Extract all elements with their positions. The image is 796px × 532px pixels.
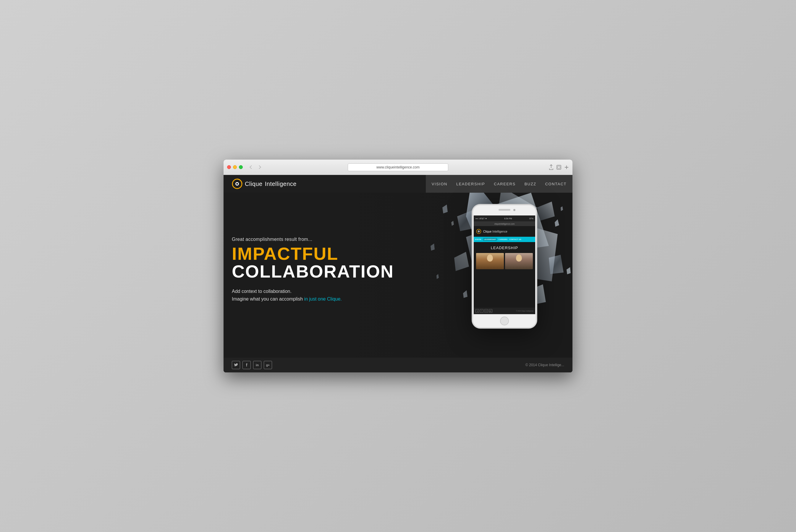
- hero-section: Clique Intelligence VISION LEADERSHIP CA…: [224, 175, 572, 358]
- logo-icon: [232, 178, 242, 189]
- logo-text-clique: Clique: [245, 180, 263, 187]
- phone-nav-bar: VISION LEADERSHIP CAREERS CONTACT US: [474, 237, 535, 242]
- phone-mockup: •••○ AT&T ▼ 6:54 PM 97% cliqueintelligen…: [472, 204, 537, 328]
- hero-subtext: Add context to collaboration. Imagine wh…: [232, 288, 394, 303]
- facebook-icon[interactable]: f: [242, 361, 251, 369]
- social-icons: f in g+: [232, 361, 272, 369]
- phone-gplus-icon: g+: [489, 309, 492, 313]
- address-bar[interactable]: www.cliqueintelligence.com: [348, 164, 448, 171]
- nav-item-vision[interactable]: VISION: [432, 180, 447, 187]
- browser-chrome: www.cliqueintelligence.com: [224, 159, 572, 175]
- hero-headline-line1: IMPACTFUL: [232, 245, 394, 263]
- phone-nav-contact: CONTACT US: [510, 239, 522, 240]
- clique-logo-svg: [232, 178, 242, 189]
- gplus-icon[interactable]: g+: [264, 361, 272, 369]
- phone-speaker: [499, 209, 511, 211]
- tab-icon[interactable]: [556, 165, 561, 170]
- site-header: Clique Intelligence VISION LEADERSHIP CA…: [224, 175, 572, 193]
- phone-nav-careers: CAREERS: [499, 239, 507, 240]
- phone-url-bar: cliqueintelligence.com: [474, 221, 535, 226]
- browser-window: www.cliqueintelligence.com: [224, 159, 572, 373]
- phone-battery: 97%: [529, 217, 533, 220]
- forward-button[interactable]: [256, 164, 264, 170]
- linkedin-icon[interactable]: in: [253, 361, 261, 369]
- phone-leadership-photos: [476, 253, 533, 269]
- site-logo: Clique Intelligence: [224, 178, 426, 189]
- svg-point-28: [478, 231, 479, 232]
- svg-point-25: [236, 183, 238, 185]
- svg-rect-0: [557, 165, 561, 169]
- add-tab-icon[interactable]: [564, 165, 569, 170]
- back-button[interactable]: [247, 164, 255, 170]
- person1-face: [487, 254, 493, 262]
- close-button[interactable]: [227, 165, 231, 169]
- nav-item-leadership[interactable]: LEADERSHIP: [456, 180, 485, 187]
- phone-camera: [513, 209, 515, 211]
- phone-nav-vision: VISION: [475, 239, 481, 240]
- footer-copyright: © 2014 Clique Intellige...: [525, 363, 564, 367]
- phone-nav-leadership: LEADERSHIP: [483, 238, 497, 241]
- nav-item-contact[interactable]: CONTACT: [545, 180, 567, 187]
- svg-rect-1: [558, 166, 560, 169]
- phone-footer: 𝕏 f in g+ © 2014 Clique Intelligence: [474, 308, 535, 314]
- hero-tagline: Great accomplishments result from...: [232, 237, 394, 242]
- nav-item-buzz[interactable]: BUZZ: [524, 180, 536, 187]
- phone-leadership-title: LEADERSHIP: [476, 246, 533, 250]
- phone-linkedin-icon: in: [484, 309, 488, 313]
- minimize-button[interactable]: [233, 165, 237, 169]
- phone-outer: •••○ AT&T ▼ 6:54 PM 97% cliqueintelligen…: [472, 204, 537, 328]
- share-icon[interactable]: [549, 164, 554, 170]
- browser-actions: [549, 164, 569, 170]
- site-footer: f in g+ © 2014 Clique Intellige...: [224, 358, 572, 373]
- url-text: www.cliqueintelligence.com: [376, 165, 420, 169]
- phone-logo-text: Clique Intelligence: [483, 230, 507, 233]
- twitter-icon[interactable]: [232, 361, 240, 369]
- browser-nav: [247, 164, 264, 170]
- hero-subtext-line2-start: Imagine what you can accomplish: [232, 296, 304, 301]
- phone-person1-photo: [476, 253, 504, 269]
- browser-body: Clique Intelligence VISION LEADERSHIP CA…: [224, 175, 572, 373]
- nav-item-careers[interactable]: CAREERS: [494, 180, 515, 187]
- site-nav: VISION LEADERSHIP CAREERS BUZZ CONTACT: [426, 175, 572, 193]
- phone-time: 6:54 PM: [504, 217, 512, 220]
- phone-status-bar: •••○ AT&T ▼ 6:54 PM 97%: [474, 215, 535, 221]
- phone-twitter-icon: 𝕏: [476, 309, 479, 313]
- hero-content: Great accomplishments result from... IMP…: [232, 237, 394, 303]
- phone-screen: •••○ AT&T ▼ 6:54 PM 97% cliqueintelligen…: [474, 215, 535, 314]
- logo-text-intel: Intelligence: [265, 180, 297, 187]
- phone-social-icons: 𝕏 f in g+: [476, 309, 492, 313]
- phone-home-button[interactable]: [500, 317, 509, 325]
- hero-subtext-highlight: in just one Clique.: [304, 296, 342, 301]
- phone-url: cliqueintelligence.com: [494, 223, 515, 225]
- phone-logo-icon: [476, 229, 481, 234]
- person2-face: [516, 254, 522, 262]
- phone-carrier: •••○ AT&T ▼: [476, 217, 487, 220]
- hero-headline-line2: COLLABORATION: [232, 263, 394, 281]
- hero-subtext-line1: Add context to collaboration.: [232, 289, 292, 294]
- maximize-button[interactable]: [239, 165, 243, 169]
- phone-site-header: Clique Intelligence: [474, 226, 535, 237]
- traffic-lights: [227, 165, 243, 169]
- phone-leadership-section: LEADERSHIP: [474, 242, 535, 273]
- phone-facebook-icon: f: [480, 309, 483, 313]
- phone-person2-photo: [505, 253, 533, 269]
- phone-copyright: © 2014 Clique Intelligence: [516, 310, 533, 312]
